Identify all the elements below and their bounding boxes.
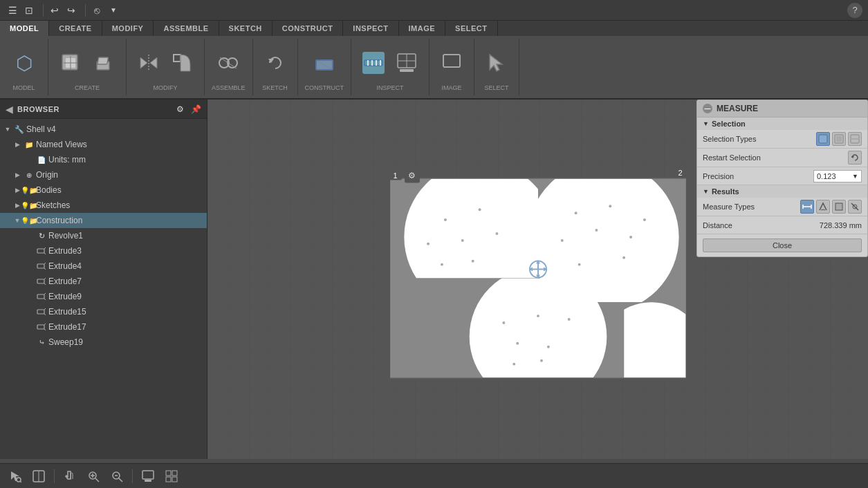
viewport[interactable]: 1 ⚙ 2 [207,100,868,459]
folder-icon-sketches: 💡📁 [24,200,35,211]
inspect-group-label: INSPECT [377,84,404,93]
dropdown-arrow-icon[interactable]: ▼ [107,3,120,17]
tab-image[interactable]: IMAGE [399,21,446,36]
tree-item-extrude3[interactable]: ▶ Extrude3 [0,243,207,259]
ribbon: MODEL CREATE MODIFY ASSEMBLE SKETCH CONS… [0,21,868,100]
distance-row: Distance 728.339 mm [697,216,867,234]
restart-selection-value [848,151,862,165]
modify-group: MODIFY [127,39,205,95]
browser-icons: ⚙ 📌 [176,104,201,114]
tab-sketch[interactable]: SKETCH [219,21,273,36]
construct-group: CONSTRUCT [298,39,352,95]
svg-rect-5 [98,57,109,64]
svg-rect-110 [145,480,151,482]
tree-item-sweep19[interactable]: ▶ ⤷ Sweep19 [0,335,207,350]
window-layout-icon[interactable] [29,467,48,486]
viewport-settings-icon[interactable]: ⚙ [405,168,420,183]
viewport-move-handle[interactable] [528,259,548,279]
restart-selection-icon-btn[interactable] [848,151,862,165]
browser-settings-icon[interactable]: ⚙ [176,104,184,114]
sketch-undo-button[interactable] [260,49,290,77]
zoom-fit-icon[interactable] [84,467,103,486]
distance-measure-icon-btn[interactable] [800,200,814,214]
zoom-icon[interactable] [107,467,127,486]
svg-point-60 [495,232,498,235]
tab-create[interactable]: CREATE [49,21,102,36]
extrude-button[interactable] [89,49,119,77]
mirror-icon [138,52,160,74]
tree-label-extrude15: Extrude15 [48,307,86,317]
viewport-container[interactable]: 1 ⚙ 2 [389,178,687,381]
display-settings-icon [396,52,418,74]
extrude7-icon [36,276,47,287]
tree-item-construction[interactable]: ▼ 💡📁 Construction [0,213,207,228]
measure-panel-collapse-icon[interactable]: — [703,104,712,113]
pan-tool-icon[interactable] [60,467,80,486]
precision-dropdown[interactable]: 0.123 ▼ [813,170,862,182]
tree-item-extrude9[interactable]: ▶ Extrude9 [0,289,207,304]
tree-item-bodies[interactable]: ▶ 💡📁 Bodies [0,182,207,198]
tree-item-revolve1[interactable]: ▶ ↻ Revolve1 [0,228,207,243]
plane-button[interactable] [309,49,340,77]
svg-rect-23 [400,69,414,72]
tab-assemble[interactable]: ASSEMBLE [154,21,219,36]
tree-item-extrude7[interactable]: ▶ Extrude7 [0,274,207,289]
svg-rect-28 [37,249,44,253]
tree-item-extrude17[interactable]: ▶ Extrude17 [0,319,207,335]
results-section-header[interactable]: ▼ Results [697,185,867,198]
share-icon[interactable]: ⎋ [90,3,104,17]
selection-section-header[interactable]: ▼ Selection [697,118,867,130]
angle-measure-icon-btn[interactable] [816,200,830,214]
joint-button[interactable] [213,49,243,77]
tab-select[interactable]: SELECT [445,21,497,36]
browser-collapse-icon[interactable]: ◀ [6,104,13,115]
body-select-icon-btn[interactable] [816,132,830,146]
model-group: ⬡ MODEL [0,39,48,95]
tree-label-origin: Origin [36,170,58,180]
svg-line-38 [44,293,46,294]
browser-pin-icon[interactable]: 📌 [191,104,201,114]
tree-item-extrude15[interactable]: ▶ Extrude15 [0,304,207,319]
tree-item-shell-v4[interactable]: ▼ 🔧 Shell v4 [0,122,207,137]
measure-button[interactable] [358,49,389,77]
viewport-number-2: 2 [674,168,686,178]
svg-rect-94 [835,203,842,210]
tab-modify[interactable]: MODIFY [102,21,154,36]
undo-icon[interactable]: ↩ [48,3,62,17]
tree-label-construction: Construction [36,216,82,225]
tree-item-named-views[interactable]: ▶ 📁 Named Views [0,137,207,152]
svg-line-39 [44,299,46,300]
tab-inspect[interactable]: INSPECT [343,21,398,36]
tree-item-sketches[interactable]: ▶ 💡📁 Sketches [0,198,207,213]
render-icon [441,52,463,74]
grid-settings-icon[interactable] [162,467,181,486]
tree-item-origin[interactable]: ▶ ⊕ Origin [0,167,207,182]
redo-icon[interactable]: ↪ [64,3,78,17]
custom-measure-icon-btn[interactable] [848,200,862,214]
tab-construct[interactable]: CONSTRUCT [273,21,344,36]
help-button[interactable]: ? [847,3,862,18]
display-settings-button[interactable] [391,49,422,77]
face-select-icon-btn[interactable] [832,132,846,146]
render-button[interactable] [436,49,467,77]
tab-model[interactable]: MODEL [0,21,49,36]
distance-label: Distance [703,221,820,229]
area-measure-icon-btn[interactable] [832,200,846,214]
select-cursor-icon [486,52,508,74]
new-tab-icon[interactable]: ⊡ [22,3,36,17]
hamburger-menu-icon[interactable]: ☰ [6,3,19,17]
svg-point-76 [513,363,515,366]
display-mode-icon[interactable] [138,467,158,486]
model-cube-button[interactable]: ⬡ [9,49,39,77]
select-tool-button[interactable] [481,49,512,77]
measure-close-button[interactable]: Close [703,238,862,252]
fillet-button[interactable] [167,49,197,77]
mirror-button[interactable] [133,49,164,77]
edge-select-icon-btn[interactable] [848,132,862,146]
selection-types-row: Selection Types [697,130,867,149]
cursor-tool-icon[interactable] [6,467,25,486]
svg-point-74 [516,342,519,345]
browser-panel: ◀ BROWSER ⚙ 📌 ▼ 🔧 Shell v4 ▶ 📁 Named Vie… [0,100,207,459]
new-component-button[interactable] [55,49,86,77]
tree-item-extrude4[interactable]: ▶ Extrude4 [0,259,207,274]
